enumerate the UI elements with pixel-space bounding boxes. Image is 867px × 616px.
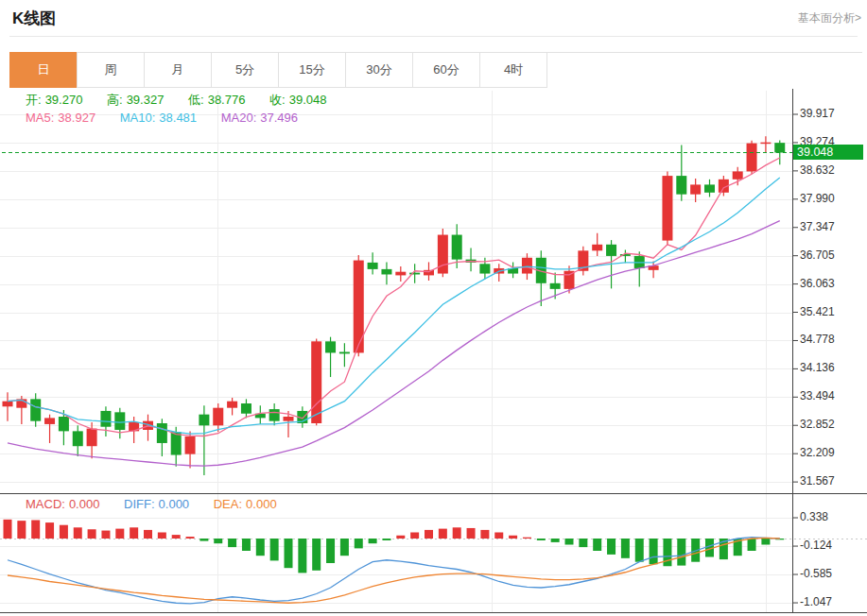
macd-bar-up: [523, 538, 531, 539]
tab-15分[interactable]: 15分: [278, 52, 346, 88]
y-axis-label: 36.063: [800, 277, 864, 290]
macd-bar-up: [494, 533, 503, 539]
macd-bar-down: [369, 539, 377, 543]
candle-body: [44, 418, 55, 424]
candle-body: [747, 144, 757, 172]
macd-bar-down: [607, 539, 616, 555]
macd-bar-down: [199, 539, 208, 541]
macd-bar-up: [425, 530, 433, 539]
y-axis-label: 34.136: [800, 361, 864, 374]
macd-bar-down: [621, 539, 630, 558]
macd-bar-up: [31, 521, 40, 539]
candle-body: [676, 176, 686, 195]
macd-bar-up: [172, 535, 181, 539]
candle-body: [774, 143, 785, 152]
tab-周[interactable]: 周: [77, 52, 145, 88]
y-axis-label: 37.347: [800, 220, 864, 233]
candle-body: [284, 417, 294, 421]
candle-body: [381, 269, 391, 275]
candle-body: [760, 143, 771, 145]
macd-bar-up: [4, 520, 12, 539]
candle-body: [269, 409, 280, 421]
y-axis-label: 38.632: [800, 163, 864, 177]
candle-body: [213, 408, 223, 426]
tab-月[interactable]: 月: [144, 52, 212, 88]
macd-bar-down: [382, 539, 390, 540]
macd-bar-up: [88, 529, 96, 539]
macd-bar-down: [355, 539, 363, 548]
candle-body: [354, 261, 364, 353]
macd-bar-down: [761, 539, 770, 545]
candle-body: [3, 402, 13, 407]
candle-body: [185, 436, 196, 454]
candle-body: [311, 341, 321, 423]
close-value: 39.048: [289, 93, 327, 107]
macd-bar-down: [326, 539, 335, 563]
macd-bar-up: [130, 527, 138, 539]
candle-body: [733, 171, 743, 179]
candle-body: [241, 403, 251, 414]
ma-legend-row: MA5:38.927 MA10:38.481 MA20:37.496: [26, 111, 302, 125]
macd-bar-down: [256, 539, 265, 556]
macd-bar-up: [101, 531, 110, 539]
y-axis-label: 31.567: [800, 474, 864, 488]
ma10-value: 38.481: [159, 111, 197, 125]
macd-bar-up: [115, 529, 124, 539]
candle-body: [368, 263, 378, 269]
y-axis-label: -1.047: [800, 595, 864, 608]
macd-bar-down: [748, 539, 756, 551]
open-value: 39.270: [45, 93, 83, 107]
candle-body: [30, 399, 41, 420]
open-label: 开:: [26, 93, 42, 107]
high-label: 高:: [107, 93, 123, 107]
macd-bar-down: [312, 539, 321, 571]
macd-bar-down: [285, 539, 293, 568]
tab-5分[interactable]: 5分: [211, 52, 279, 88]
candle-body: [395, 272, 406, 276]
candle-body: [479, 264, 490, 273]
tab-日[interactable]: 日: [9, 52, 78, 88]
candle-body: [592, 245, 602, 251]
macd-legend-row: MACD:0.000 DIFF:0.000 DEA:0.000: [26, 497, 281, 511]
macd-bar-up: [439, 529, 447, 539]
candle-body: [522, 258, 532, 274]
macd-bar-down: [650, 539, 658, 564]
tab-60分[interactable]: 60分: [412, 52, 480, 88]
ma5-label: MA5:: [26, 111, 54, 125]
dea-label: DEA:: [214, 497, 242, 511]
macd-bar-up: [509, 536, 517, 539]
macd-value: 0.000: [69, 497, 100, 511]
candle-body: [59, 417, 69, 431]
y-axis-label: 34.778: [800, 333, 864, 346]
kline-widget: K线图 基本面分析> 日周月5分15分30分60分4时 开:39.270 高:3…: [0, 0, 867, 616]
y-axis-label: 33.494: [800, 389, 864, 402]
candle-body: [704, 184, 715, 192]
y-axis-label: 0.338: [800, 510, 864, 523]
macd-bar-down: [593, 539, 601, 551]
y-axis-label: 37.990: [800, 192, 864, 205]
candle-body: [100, 411, 111, 427]
y-axis-label: -0.124: [800, 539, 864, 552]
macd-bar-down: [340, 539, 349, 556]
diff-label: DIFF:: [124, 497, 155, 511]
macd-bar-down: [242, 539, 251, 551]
tab-30分[interactable]: 30分: [345, 52, 413, 88]
macd-bar-down: [635, 539, 644, 562]
macd-bar-down: [551, 539, 560, 542]
y-axis-label: 32.209: [800, 446, 864, 459]
candle-body: [73, 431, 83, 446]
candle-body: [199, 415, 209, 426]
tab-4时[interactable]: 4时: [479, 52, 547, 88]
macd-bar-up: [158, 533, 166, 539]
macd-bar-down: [228, 539, 236, 547]
macd-bar-down: [565, 539, 574, 545]
macd-bar-up: [60, 525, 68, 539]
close-label: 收:: [269, 93, 286, 107]
macd-bar-up: [453, 527, 461, 539]
macd-bar-up: [186, 537, 195, 539]
y-axis-label: -0.585: [800, 567, 864, 580]
macd-bar-up: [74, 527, 82, 539]
candle-body: [438, 235, 448, 274]
dea-value: 0.000: [246, 497, 277, 511]
macd-bar-up: [396, 536, 405, 539]
